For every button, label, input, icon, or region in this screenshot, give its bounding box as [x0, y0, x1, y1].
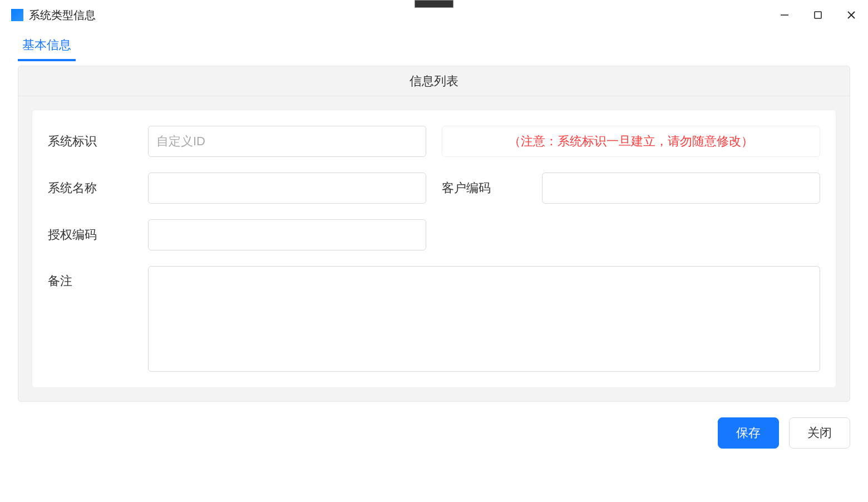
minimize-button[interactable]: [768, 0, 801, 30]
top-handle: [415, 0, 453, 8]
row-auth-code: 授权编码: [48, 219, 820, 250]
label-auth-code: 授权编码: [48, 227, 148, 243]
input-system-id[interactable]: [148, 126, 426, 157]
input-system-name[interactable]: [148, 173, 426, 204]
titlebar[interactable]: 系统类型信息: [0, 0, 868, 30]
tab-basic-info[interactable]: 基本信息: [18, 30, 76, 61]
tabs: 基本信息: [0, 30, 868, 61]
label-system-name: 系统名称: [48, 180, 148, 196]
maximize-icon: [813, 10, 823, 20]
footer-actions: 保存 关闭: [0, 402, 868, 449]
svg-rect-1: [815, 12, 821, 18]
input-auth-code[interactable]: [148, 219, 426, 250]
close-icon: [846, 10, 856, 20]
window-controls: [768, 0, 868, 30]
label-system-id: 系统标识: [48, 133, 148, 150]
panel-body: 系统标识 （注意：系统标识一旦建立，请勿随意修改） 系统名称 客户编码 授权编码: [32, 110, 836, 388]
input-customer-code[interactable]: [542, 173, 820, 204]
row-remark: 备注: [48, 266, 820, 372]
field-system-id: 系统标识: [48, 126, 426, 157]
label-customer-code: 客户编码: [442, 180, 542, 196]
info-panel: 信息列表 系统标识 （注意：系统标识一旦建立，请勿随意修改） 系统名称 客户编码…: [18, 66, 850, 402]
row-name-customer: 系统名称 客户编码: [48, 173, 820, 204]
field-remark: 备注: [48, 266, 820, 372]
save-button[interactable]: 保存: [718, 417, 779, 449]
minimize-icon: [780, 10, 790, 20]
maximize-button[interactable]: [801, 0, 835, 30]
field-auth-code: 授权编码: [48, 219, 426, 250]
field-customer-code: 客户编码: [442, 173, 820, 204]
input-remark[interactable]: [148, 266, 820, 372]
app-icon: [11, 9, 23, 21]
system-id-warning: （注意：系统标识一旦建立，请勿随意修改）: [442, 126, 820, 157]
window-title: 系统类型信息: [29, 8, 96, 23]
panel-header: 信息列表: [18, 66, 850, 96]
close-window-button[interactable]: [835, 0, 868, 30]
label-remark: 备注: [48, 266, 148, 289]
row-system-id: 系统标识 （注意：系统标识一旦建立，请勿随意修改）: [48, 126, 820, 157]
close-button[interactable]: 关闭: [789, 417, 850, 449]
field-system-name: 系统名称: [48, 173, 426, 204]
